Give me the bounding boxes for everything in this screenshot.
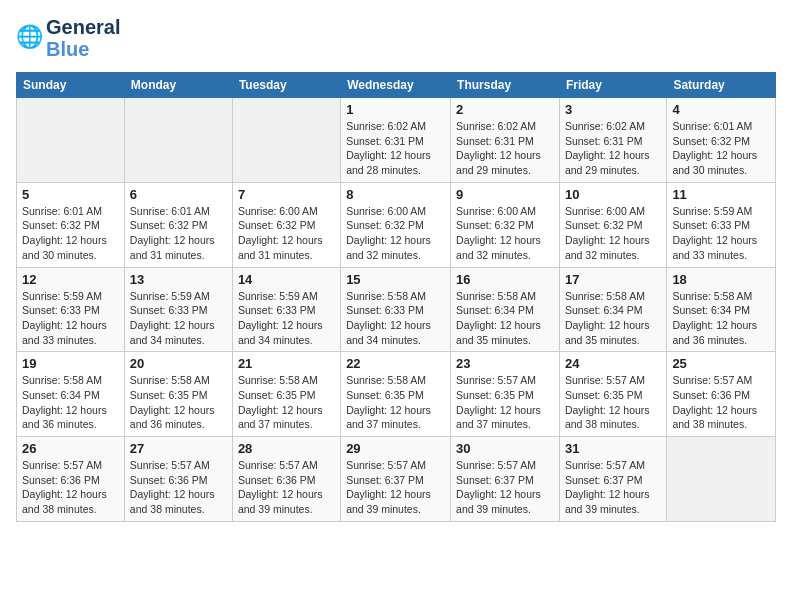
week-row-2: 5Sunrise: 6:01 AMSunset: 6:32 PMDaylight… xyxy=(17,182,776,267)
day-number: 28 xyxy=(238,441,335,456)
day-number: 22 xyxy=(346,356,445,371)
day-info: Sunrise: 5:58 AMSunset: 6:34 PMDaylight:… xyxy=(565,289,661,348)
day-number: 11 xyxy=(672,187,770,202)
day-cell xyxy=(232,98,340,183)
day-number: 27 xyxy=(130,441,227,456)
day-cell: 16Sunrise: 5:58 AMSunset: 6:34 PMDayligh… xyxy=(451,267,560,352)
day-number: 7 xyxy=(238,187,335,202)
day-info: Sunrise: 5:57 AMSunset: 6:36 PMDaylight:… xyxy=(22,458,119,517)
day-number: 12 xyxy=(22,272,119,287)
day-info: Sunrise: 5:59 AMSunset: 6:33 PMDaylight:… xyxy=(672,204,770,263)
day-info: Sunrise: 6:02 AMSunset: 6:31 PMDaylight:… xyxy=(456,119,554,178)
day-number: 16 xyxy=(456,272,554,287)
day-info: Sunrise: 5:57 AMSunset: 6:36 PMDaylight:… xyxy=(238,458,335,517)
day-cell: 8Sunrise: 6:00 AMSunset: 6:32 PMDaylight… xyxy=(341,182,451,267)
week-row-4: 19Sunrise: 5:58 AMSunset: 6:34 PMDayligh… xyxy=(17,352,776,437)
day-info: Sunrise: 6:00 AMSunset: 6:32 PMDaylight:… xyxy=(456,204,554,263)
day-header-friday: Friday xyxy=(559,73,666,98)
day-number: 17 xyxy=(565,272,661,287)
day-info: Sunrise: 6:00 AMSunset: 6:32 PMDaylight:… xyxy=(565,204,661,263)
day-cell: 14Sunrise: 5:59 AMSunset: 6:33 PMDayligh… xyxy=(232,267,340,352)
day-info: Sunrise: 5:57 AMSunset: 6:37 PMDaylight:… xyxy=(565,458,661,517)
day-cell: 10Sunrise: 6:00 AMSunset: 6:32 PMDayligh… xyxy=(559,182,666,267)
week-row-3: 12Sunrise: 5:59 AMSunset: 6:33 PMDayligh… xyxy=(17,267,776,352)
day-cell: 6Sunrise: 6:01 AMSunset: 6:32 PMDaylight… xyxy=(124,182,232,267)
day-cell: 7Sunrise: 6:00 AMSunset: 6:32 PMDaylight… xyxy=(232,182,340,267)
day-cell: 24Sunrise: 5:57 AMSunset: 6:35 PMDayligh… xyxy=(559,352,666,437)
day-cell xyxy=(17,98,125,183)
week-row-5: 26Sunrise: 5:57 AMSunset: 6:36 PMDayligh… xyxy=(17,437,776,522)
day-cell: 21Sunrise: 5:58 AMSunset: 6:35 PMDayligh… xyxy=(232,352,340,437)
day-info: Sunrise: 5:59 AMSunset: 6:33 PMDaylight:… xyxy=(130,289,227,348)
day-cell: 5Sunrise: 6:01 AMSunset: 6:32 PMDaylight… xyxy=(17,182,125,267)
day-info: Sunrise: 5:57 AMSunset: 6:36 PMDaylight:… xyxy=(672,373,770,432)
day-info: Sunrise: 5:59 AMSunset: 6:33 PMDaylight:… xyxy=(238,289,335,348)
day-number: 6 xyxy=(130,187,227,202)
day-cell: 26Sunrise: 5:57 AMSunset: 6:36 PMDayligh… xyxy=(17,437,125,522)
day-cell: 1Sunrise: 6:02 AMSunset: 6:31 PMDaylight… xyxy=(341,98,451,183)
day-number: 25 xyxy=(672,356,770,371)
day-cell: 2Sunrise: 6:02 AMSunset: 6:31 PMDaylight… xyxy=(451,98,560,183)
day-info: Sunrise: 5:58 AMSunset: 6:34 PMDaylight:… xyxy=(672,289,770,348)
day-info: Sunrise: 5:58 AMSunset: 6:35 PMDaylight:… xyxy=(130,373,227,432)
day-cell: 23Sunrise: 5:57 AMSunset: 6:35 PMDayligh… xyxy=(451,352,560,437)
day-info: Sunrise: 5:59 AMSunset: 6:33 PMDaylight:… xyxy=(22,289,119,348)
day-number: 8 xyxy=(346,187,445,202)
day-info: Sunrise: 5:58 AMSunset: 6:35 PMDaylight:… xyxy=(238,373,335,432)
day-cell: 9Sunrise: 6:00 AMSunset: 6:32 PMDaylight… xyxy=(451,182,560,267)
day-number: 24 xyxy=(565,356,661,371)
day-info: Sunrise: 5:58 AMSunset: 6:33 PMDaylight:… xyxy=(346,289,445,348)
day-cell: 17Sunrise: 5:58 AMSunset: 6:34 PMDayligh… xyxy=(559,267,666,352)
page-header: 🌐 GeneralBlue xyxy=(16,16,776,60)
day-info: Sunrise: 6:01 AMSunset: 6:32 PMDaylight:… xyxy=(672,119,770,178)
day-number: 31 xyxy=(565,441,661,456)
day-header-wednesday: Wednesday xyxy=(341,73,451,98)
day-info: Sunrise: 6:00 AMSunset: 6:32 PMDaylight:… xyxy=(346,204,445,263)
day-cell: 25Sunrise: 5:57 AMSunset: 6:36 PMDayligh… xyxy=(667,352,776,437)
day-cell xyxy=(124,98,232,183)
day-info: Sunrise: 6:00 AMSunset: 6:32 PMDaylight:… xyxy=(238,204,335,263)
day-info: Sunrise: 6:02 AMSunset: 6:31 PMDaylight:… xyxy=(346,119,445,178)
day-number: 3 xyxy=(565,102,661,117)
day-number: 26 xyxy=(22,441,119,456)
day-info: Sunrise: 6:01 AMSunset: 6:32 PMDaylight:… xyxy=(22,204,119,263)
day-number: 14 xyxy=(238,272,335,287)
day-number: 18 xyxy=(672,272,770,287)
calendar-table: SundayMondayTuesdayWednesdayThursdayFrid… xyxy=(16,72,776,522)
day-number: 20 xyxy=(130,356,227,371)
day-number: 13 xyxy=(130,272,227,287)
day-header-saturday: Saturday xyxy=(667,73,776,98)
day-cell: 3Sunrise: 6:02 AMSunset: 6:31 PMDaylight… xyxy=(559,98,666,183)
logo-text: GeneralBlue xyxy=(46,16,120,60)
day-cell: 4Sunrise: 6:01 AMSunset: 6:32 PMDaylight… xyxy=(667,98,776,183)
day-info: Sunrise: 6:02 AMSunset: 6:31 PMDaylight:… xyxy=(565,119,661,178)
logo: 🌐 GeneralBlue xyxy=(16,16,120,60)
day-number: 10 xyxy=(565,187,661,202)
day-cell: 12Sunrise: 5:59 AMSunset: 6:33 PMDayligh… xyxy=(17,267,125,352)
day-info: Sunrise: 5:58 AMSunset: 6:35 PMDaylight:… xyxy=(346,373,445,432)
day-cell: 18Sunrise: 5:58 AMSunset: 6:34 PMDayligh… xyxy=(667,267,776,352)
day-number: 1 xyxy=(346,102,445,117)
day-info: Sunrise: 5:57 AMSunset: 6:37 PMDaylight:… xyxy=(456,458,554,517)
day-info: Sunrise: 5:57 AMSunset: 6:37 PMDaylight:… xyxy=(346,458,445,517)
day-info: Sunrise: 5:58 AMSunset: 6:34 PMDaylight:… xyxy=(456,289,554,348)
svg-text:🌐: 🌐 xyxy=(16,24,44,50)
day-cell: 31Sunrise: 5:57 AMSunset: 6:37 PMDayligh… xyxy=(559,437,666,522)
day-number: 4 xyxy=(672,102,770,117)
day-header-thursday: Thursday xyxy=(451,73,560,98)
day-cell: 30Sunrise: 5:57 AMSunset: 6:37 PMDayligh… xyxy=(451,437,560,522)
day-cell xyxy=(667,437,776,522)
day-number: 29 xyxy=(346,441,445,456)
day-number: 21 xyxy=(238,356,335,371)
day-cell: 19Sunrise: 5:58 AMSunset: 6:34 PMDayligh… xyxy=(17,352,125,437)
day-info: Sunrise: 5:58 AMSunset: 6:34 PMDaylight:… xyxy=(22,373,119,432)
day-header-sunday: Sunday xyxy=(17,73,125,98)
day-number: 5 xyxy=(22,187,119,202)
day-info: Sunrise: 5:57 AMSunset: 6:36 PMDaylight:… xyxy=(130,458,227,517)
day-cell: 15Sunrise: 5:58 AMSunset: 6:33 PMDayligh… xyxy=(341,267,451,352)
day-header-tuesday: Tuesday xyxy=(232,73,340,98)
days-header-row: SundayMondayTuesdayWednesdayThursdayFrid… xyxy=(17,73,776,98)
day-cell: 22Sunrise: 5:58 AMSunset: 6:35 PMDayligh… xyxy=(341,352,451,437)
day-cell: 29Sunrise: 5:57 AMSunset: 6:37 PMDayligh… xyxy=(341,437,451,522)
day-info: Sunrise: 6:01 AMSunset: 6:32 PMDaylight:… xyxy=(130,204,227,263)
